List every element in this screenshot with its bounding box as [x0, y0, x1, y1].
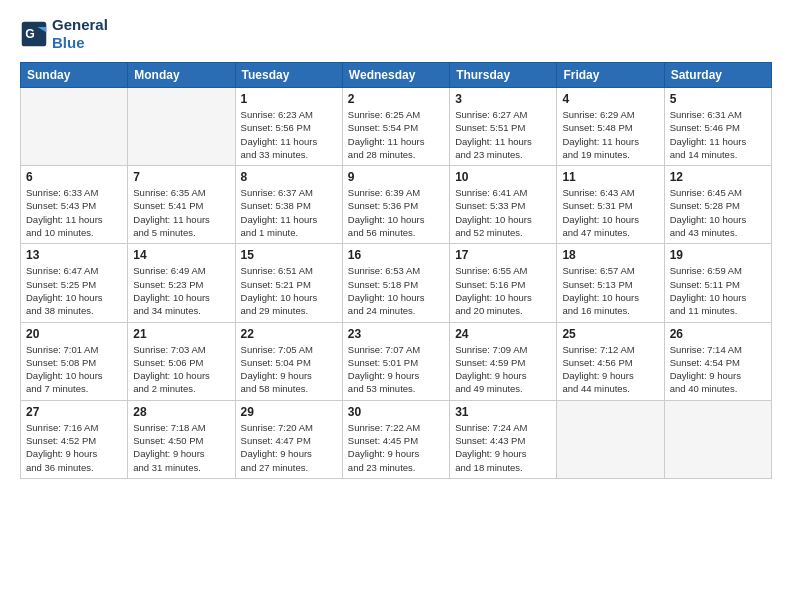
calendar-cell: 14Sunrise: 6:49 AM Sunset: 5:23 PM Dayli…: [128, 244, 235, 322]
day-info: Sunrise: 6:33 AM Sunset: 5:43 PM Dayligh…: [26, 186, 122, 239]
day-number: 4: [562, 92, 658, 106]
day-number: 26: [670, 327, 766, 341]
day-info: Sunrise: 7:01 AM Sunset: 5:08 PM Dayligh…: [26, 343, 122, 396]
calendar-cell: 11Sunrise: 6:43 AM Sunset: 5:31 PM Dayli…: [557, 166, 664, 244]
calendar-cell: 8Sunrise: 6:37 AM Sunset: 5:38 PM Daylig…: [235, 166, 342, 244]
day-info: Sunrise: 7:24 AM Sunset: 4:43 PM Dayligh…: [455, 421, 551, 474]
day-info: Sunrise: 6:59 AM Sunset: 5:11 PM Dayligh…: [670, 264, 766, 317]
day-number: 6: [26, 170, 122, 184]
day-info: Sunrise: 6:43 AM Sunset: 5:31 PM Dayligh…: [562, 186, 658, 239]
calendar-cell: 16Sunrise: 6:53 AM Sunset: 5:18 PM Dayli…: [342, 244, 449, 322]
weekday-header-saturday: Saturday: [664, 63, 771, 88]
calendar-week-row: 20Sunrise: 7:01 AM Sunset: 5:08 PM Dayli…: [21, 322, 772, 400]
calendar-cell: 24Sunrise: 7:09 AM Sunset: 4:59 PM Dayli…: [450, 322, 557, 400]
logo: G General Blue: [20, 16, 108, 52]
calendar-cell: 20Sunrise: 7:01 AM Sunset: 5:08 PM Dayli…: [21, 322, 128, 400]
day-number: 17: [455, 248, 551, 262]
day-info: Sunrise: 6:35 AM Sunset: 5:41 PM Dayligh…: [133, 186, 229, 239]
weekday-header-thursday: Thursday: [450, 63, 557, 88]
day-info: Sunrise: 6:39 AM Sunset: 5:36 PM Dayligh…: [348, 186, 444, 239]
calendar-cell: 23Sunrise: 7:07 AM Sunset: 5:01 PM Dayli…: [342, 322, 449, 400]
day-info: Sunrise: 7:09 AM Sunset: 4:59 PM Dayligh…: [455, 343, 551, 396]
weekday-header-sunday: Sunday: [21, 63, 128, 88]
calendar-cell: 21Sunrise: 7:03 AM Sunset: 5:06 PM Dayli…: [128, 322, 235, 400]
day-number: 25: [562, 327, 658, 341]
weekday-header-friday: Friday: [557, 63, 664, 88]
calendar-cell: 18Sunrise: 6:57 AM Sunset: 5:13 PM Dayli…: [557, 244, 664, 322]
calendar-cell: [21, 88, 128, 166]
calendar-cell: [664, 400, 771, 478]
calendar-table: SundayMondayTuesdayWednesdayThursdayFrid…: [20, 62, 772, 479]
calendar-cell: 2Sunrise: 6:25 AM Sunset: 5:54 PM Daylig…: [342, 88, 449, 166]
weekday-header-tuesday: Tuesday: [235, 63, 342, 88]
day-number: 21: [133, 327, 229, 341]
day-number: 7: [133, 170, 229, 184]
day-info: Sunrise: 6:55 AM Sunset: 5:16 PM Dayligh…: [455, 264, 551, 317]
calendar-cell: 25Sunrise: 7:12 AM Sunset: 4:56 PM Dayli…: [557, 322, 664, 400]
calendar-week-row: 6Sunrise: 6:33 AM Sunset: 5:43 PM Daylig…: [21, 166, 772, 244]
calendar-cell: 17Sunrise: 6:55 AM Sunset: 5:16 PM Dayli…: [450, 244, 557, 322]
day-info: Sunrise: 7:03 AM Sunset: 5:06 PM Dayligh…: [133, 343, 229, 396]
svg-text:G: G: [25, 27, 35, 41]
day-info: Sunrise: 7:16 AM Sunset: 4:52 PM Dayligh…: [26, 421, 122, 474]
day-number: 22: [241, 327, 337, 341]
day-info: Sunrise: 6:51 AM Sunset: 5:21 PM Dayligh…: [241, 264, 337, 317]
calendar-week-row: 1Sunrise: 6:23 AM Sunset: 5:56 PM Daylig…: [21, 88, 772, 166]
calendar-cell: 27Sunrise: 7:16 AM Sunset: 4:52 PM Dayli…: [21, 400, 128, 478]
calendar-cell: 31Sunrise: 7:24 AM Sunset: 4:43 PM Dayli…: [450, 400, 557, 478]
day-info: Sunrise: 6:53 AM Sunset: 5:18 PM Dayligh…: [348, 264, 444, 317]
calendar-cell: 26Sunrise: 7:14 AM Sunset: 4:54 PM Dayli…: [664, 322, 771, 400]
day-number: 9: [348, 170, 444, 184]
day-info: Sunrise: 6:49 AM Sunset: 5:23 PM Dayligh…: [133, 264, 229, 317]
day-number: 18: [562, 248, 658, 262]
calendar-cell: 28Sunrise: 7:18 AM Sunset: 4:50 PM Dayli…: [128, 400, 235, 478]
calendar-cell: 15Sunrise: 6:51 AM Sunset: 5:21 PM Dayli…: [235, 244, 342, 322]
logo-blue: Blue: [52, 34, 108, 52]
calendar-week-row: 13Sunrise: 6:47 AM Sunset: 5:25 PM Dayli…: [21, 244, 772, 322]
day-number: 5: [670, 92, 766, 106]
day-info: Sunrise: 7:18 AM Sunset: 4:50 PM Dayligh…: [133, 421, 229, 474]
day-number: 12: [670, 170, 766, 184]
calendar-cell: 12Sunrise: 6:45 AM Sunset: 5:28 PM Dayli…: [664, 166, 771, 244]
day-number: 3: [455, 92, 551, 106]
day-number: 2: [348, 92, 444, 106]
calendar-cell: 19Sunrise: 6:59 AM Sunset: 5:11 PM Dayli…: [664, 244, 771, 322]
calendar-cell: 9Sunrise: 6:39 AM Sunset: 5:36 PM Daylig…: [342, 166, 449, 244]
day-number: 27: [26, 405, 122, 419]
day-info: Sunrise: 6:25 AM Sunset: 5:54 PM Dayligh…: [348, 108, 444, 161]
day-info: Sunrise: 6:45 AM Sunset: 5:28 PM Dayligh…: [670, 186, 766, 239]
calendar-cell: 4Sunrise: 6:29 AM Sunset: 5:48 PM Daylig…: [557, 88, 664, 166]
day-number: 16: [348, 248, 444, 262]
day-number: 24: [455, 327, 551, 341]
calendar-cell: 5Sunrise: 6:31 AM Sunset: 5:46 PM Daylig…: [664, 88, 771, 166]
calendar-cell: 7Sunrise: 6:35 AM Sunset: 5:41 PM Daylig…: [128, 166, 235, 244]
day-info: Sunrise: 7:12 AM Sunset: 4:56 PM Dayligh…: [562, 343, 658, 396]
day-number: 10: [455, 170, 551, 184]
day-info: Sunrise: 7:05 AM Sunset: 5:04 PM Dayligh…: [241, 343, 337, 396]
day-number: 20: [26, 327, 122, 341]
day-info: Sunrise: 6:37 AM Sunset: 5:38 PM Dayligh…: [241, 186, 337, 239]
day-number: 28: [133, 405, 229, 419]
calendar-cell: 22Sunrise: 7:05 AM Sunset: 5:04 PM Dayli…: [235, 322, 342, 400]
day-info: Sunrise: 6:23 AM Sunset: 5:56 PM Dayligh…: [241, 108, 337, 161]
day-number: 15: [241, 248, 337, 262]
day-number: 8: [241, 170, 337, 184]
weekday-header-wednesday: Wednesday: [342, 63, 449, 88]
day-number: 11: [562, 170, 658, 184]
day-info: Sunrise: 7:22 AM Sunset: 4:45 PM Dayligh…: [348, 421, 444, 474]
day-number: 23: [348, 327, 444, 341]
calendar-cell: 13Sunrise: 6:47 AM Sunset: 5:25 PM Dayli…: [21, 244, 128, 322]
calendar-cell: 29Sunrise: 7:20 AM Sunset: 4:47 PM Dayli…: [235, 400, 342, 478]
day-info: Sunrise: 6:29 AM Sunset: 5:48 PM Dayligh…: [562, 108, 658, 161]
day-info: Sunrise: 6:31 AM Sunset: 5:46 PM Dayligh…: [670, 108, 766, 161]
page-header: G General Blue: [20, 16, 772, 52]
calendar-week-row: 27Sunrise: 7:16 AM Sunset: 4:52 PM Dayli…: [21, 400, 772, 478]
day-info: Sunrise: 7:20 AM Sunset: 4:47 PM Dayligh…: [241, 421, 337, 474]
calendar-header-row: SundayMondayTuesdayWednesdayThursdayFrid…: [21, 63, 772, 88]
calendar-cell: 3Sunrise: 6:27 AM Sunset: 5:51 PM Daylig…: [450, 88, 557, 166]
day-info: Sunrise: 6:47 AM Sunset: 5:25 PM Dayligh…: [26, 264, 122, 317]
logo-icon: G: [20, 20, 48, 48]
calendar-cell: 10Sunrise: 6:41 AM Sunset: 5:33 PM Dayli…: [450, 166, 557, 244]
calendar-cell: [557, 400, 664, 478]
day-number: 30: [348, 405, 444, 419]
